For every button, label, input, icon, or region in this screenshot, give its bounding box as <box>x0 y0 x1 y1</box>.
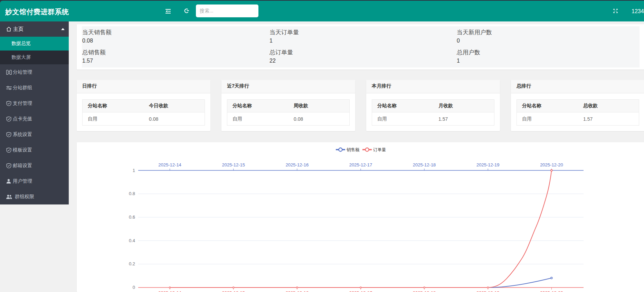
svg-text:0: 0 <box>133 285 135 290</box>
svg-text:2025-12-19: 2025-12-19 <box>476 290 500 292</box>
svg-text:2025-12-14: 2025-12-14 <box>158 290 181 292</box>
svg-text:销售额: 销售额 <box>347 147 360 152</box>
svg-text:0.8: 0.8 <box>129 191 135 196</box>
svg-text:2025-12-20: 2025-12-20 <box>540 290 563 292</box>
svg-text:1: 1 <box>133 168 135 173</box>
svg-text:2025-12-16: 2025-12-16 <box>286 162 309 167</box>
svg-text:2025-12-17: 2025-12-17 <box>349 162 372 167</box>
svg-text:2025-12-17: 2025-12-17 <box>349 290 372 292</box>
svg-text:2025-12-15: 2025-12-15 <box>222 162 245 167</box>
svg-text:2025-12-18: 2025-12-18 <box>413 162 436 167</box>
svg-text:2025-12-15: 2025-12-15 <box>222 290 245 292</box>
svg-text:2025-12-18: 2025-12-18 <box>413 290 436 292</box>
svg-text:0.2: 0.2 <box>129 261 135 266</box>
svg-text:2025-12-20: 2025-12-20 <box>540 162 563 167</box>
svg-text:2025-12-19: 2025-12-19 <box>476 162 500 167</box>
svg-text:2025-12-16: 2025-12-16 <box>286 290 309 292</box>
svg-text:2025-12-14: 2025-12-14 <box>158 162 181 167</box>
svg-text:0.4: 0.4 <box>129 238 135 243</box>
svg-text:0.6: 0.6 <box>129 215 135 220</box>
svg-text:订单量: 订单量 <box>373 147 386 152</box>
